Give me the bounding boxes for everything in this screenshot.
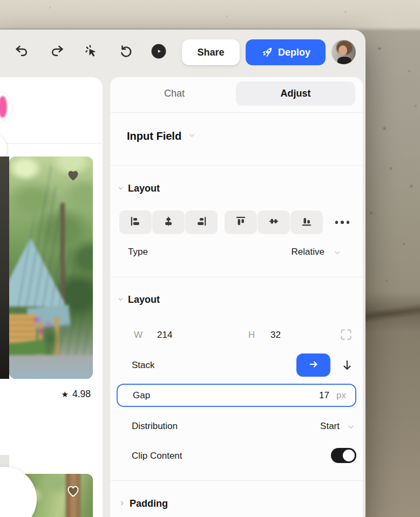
section-title: Layout	[128, 183, 160, 194]
inspector-panel: Chat Adjust Input Field Layout	[110, 77, 363, 517]
width-label: W	[134, 330, 143, 341]
avatar-face	[338, 45, 347, 56]
reset-button[interactable]	[116, 43, 134, 62]
clip-content-label: Clip Content	[132, 451, 182, 461]
tab-adjust-label: Adjust	[281, 88, 311, 99]
undo-button[interactable]	[12, 43, 31, 62]
align-bottom-button[interactable]	[290, 210, 323, 234]
align-center-vertical-icon	[268, 215, 280, 229]
deploy-button[interactable]: Deploy	[246, 39, 326, 65]
divider	[110, 480, 363, 481]
screenshot-root: Share Deploy	[0, 0, 420, 517]
play-button[interactable]	[150, 43, 168, 62]
canvas-logo-circle	[0, 91, 13, 123]
rocket-icon	[261, 46, 273, 59]
section-layout-size-header[interactable]: Layout	[117, 294, 160, 305]
chevron-down-icon[interactable]	[347, 423, 355, 433]
arrow-down-icon	[340, 365, 354, 374]
chevron-right-icon	[119, 499, 126, 509]
more-alignment-options-button[interactable]	[333, 217, 352, 227]
favorite-heart-icon[interactable]	[66, 168, 80, 182]
align-center-horizontal-button[interactable]	[152, 210, 185, 234]
gap-input[interactable]: Gap 17 px	[117, 384, 356, 407]
share-button-label: Share	[197, 47, 224, 58]
divider	[110, 112, 363, 113]
type-value[interactable]: Relative	[292, 247, 324, 257]
chevron-down-icon[interactable]	[333, 248, 342, 259]
canvas-divider	[0, 143, 103, 144]
redo-icon	[50, 44, 65, 61]
dot	[347, 221, 350, 224]
wallpaper-shadow	[356, 302, 420, 327]
cabin-photo-art	[9, 157, 93, 379]
width-value[interactable]: 214	[157, 330, 172, 341]
chevron-down-icon	[188, 131, 196, 141]
gap-value[interactable]: 17	[319, 390, 329, 401]
distribution-value[interactable]: Start	[320, 421, 340, 432]
listing-photo-cabin[interactable]	[9, 157, 93, 379]
clip-content-toggle[interactable]	[331, 448, 356, 463]
align-right-icon	[195, 215, 207, 229]
divider	[110, 165, 363, 166]
tab-chat-label: Chat	[164, 88, 185, 99]
dot	[335, 221, 338, 224]
gap-label: Gap	[133, 390, 150, 401]
arrow-right-icon	[308, 358, 320, 372]
tab-chat[interactable]: Chat	[118, 81, 231, 106]
deploy-button-label: Deploy	[278, 47, 310, 58]
component-title: Input Field	[127, 130, 181, 142]
rating-value: 4.98	[72, 389, 91, 400]
section-title: Layout	[128, 294, 160, 305]
magic-cursor-icon	[84, 44, 99, 61]
redo-button[interactable]	[48, 43, 66, 62]
adjacent-card-edge	[0, 157, 9, 379]
design-canvas[interactable]: ★ 4.98	[0, 77, 103, 517]
rotate-ccw-icon	[118, 44, 133, 61]
align-top-button[interactable]	[225, 210, 257, 234]
dot	[341, 221, 344, 224]
canvas-logo-pink	[0, 96, 7, 118]
listing-rating: ★ 4.98	[61, 389, 91, 400]
share-button[interactable]: Share	[182, 39, 240, 65]
align-center-vertical-button[interactable]	[258, 210, 290, 234]
toggle-knob	[343, 450, 355, 461]
height-value[interactable]: 32	[270, 330, 281, 341]
align-center-horizontal-icon	[162, 215, 174, 229]
tab-adjust[interactable]: Adjust	[236, 81, 355, 106]
play-icon	[151, 44, 166, 61]
type-label: Type	[128, 247, 148, 257]
stack-label: Stack	[132, 360, 155, 371]
align-right-button[interactable]	[185, 210, 218, 234]
gap-unit: px	[336, 390, 346, 401]
align-left-icon	[130, 215, 141, 229]
component-selector[interactable]: Input Field	[127, 130, 196, 142]
chevron-down-icon	[117, 295, 124, 305]
star-icon: ★	[61, 390, 68, 399]
section-layout-align-header[interactable]: Layout	[117, 183, 160, 194]
undo-icon	[14, 44, 29, 61]
ai-cursor-button[interactable]	[82, 43, 100, 62]
align-left-button[interactable]	[119, 210, 152, 234]
section-title: Padding	[130, 498, 168, 509]
divider	[110, 277, 363, 277]
align-bottom-icon	[301, 215, 313, 229]
distribution-label: Distribution	[132, 421, 178, 432]
stack-horizontal-button[interactable]	[296, 353, 330, 377]
height-label: H	[248, 330, 255, 341]
expand-icon[interactable]	[339, 328, 353, 344]
align-top-icon	[235, 215, 247, 229]
user-avatar[interactable]	[331, 40, 356, 64]
section-padding-header[interactable]: Padding	[119, 498, 168, 509]
stack-vertical-button[interactable]	[340, 358, 354, 372]
chevron-down-icon	[117, 184, 124, 194]
favorite-heart-outline-icon[interactable]	[66, 484, 80, 498]
